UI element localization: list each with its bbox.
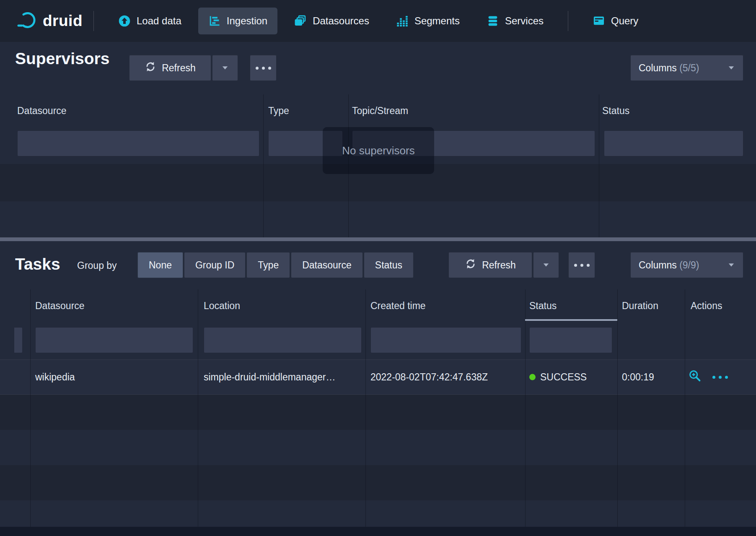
nav-divider <box>568 11 568 31</box>
group-by-type-button[interactable]: Type <box>246 252 290 278</box>
tasks-col-created-time[interactable]: Created time <box>370 300 426 312</box>
tasks-col-status[interactable]: Status <box>529 300 557 312</box>
task-duration[interactable]: 0:00:19 <box>622 372 654 383</box>
status-sort-indicator <box>525 319 617 321</box>
more-icon <box>254 67 273 70</box>
tasks-col-datasource[interactable]: Datasource <box>35 300 85 312</box>
navbar: druid Load data Ingestion <box>0 0 756 42</box>
columns-count: (5/5) <box>679 62 699 73</box>
tasks-task-id-filter-input[interactable] <box>14 327 23 353</box>
console-icon <box>593 15 605 27</box>
tasks-title: Tasks <box>15 255 60 273</box>
task-created-time[interactable]: 2022-08-02T07:42:47.638Z <box>370 372 488 383</box>
task-actions <box>688 369 730 385</box>
supervisors-status-filter-input[interactable] <box>604 130 743 156</box>
column-divider <box>365 289 366 527</box>
database-icon <box>487 15 499 27</box>
tasks-col-location[interactable]: Location <box>204 300 240 312</box>
table-row <box>0 465 756 500</box>
supervisors-columns-button[interactable]: Columns (5/5) <box>630 55 743 81</box>
nav-item-segments[interactable]: Segments <box>386 8 470 34</box>
tasks-refresh-interval-button[interactable] <box>533 252 559 278</box>
tasks-table: Datasource Location Created time Status … <box>0 289 756 536</box>
chevron-down-icon <box>221 62 229 74</box>
task-row-wikipedia[interactable]: wikipedia simple-druid-middlemanager… 20… <box>0 359 756 395</box>
chevron-down-icon <box>728 260 735 271</box>
search-detail-icon[interactable] <box>688 369 702 385</box>
supervisors-col-datasource[interactable]: Datasource <box>17 105 67 117</box>
chevron-down-icon <box>728 62 735 74</box>
nav-divider <box>93 11 94 31</box>
supervisors-datasource-filter-input[interactable] <box>17 130 259 156</box>
table-row <box>0 395 756 430</box>
tasks-col-duration[interactable]: Duration <box>622 300 658 312</box>
task-location[interactable]: simple-druid-middlemanager… <box>204 372 335 383</box>
group-by-group-id-button[interactable]: Group ID <box>184 252 246 278</box>
druid-console: druid Load data Ingestion <box>0 0 756 536</box>
nav-label: Segments <box>414 15 460 27</box>
druid-logo[interactable]: druid <box>17 10 83 32</box>
column-divider <box>30 289 31 527</box>
supervisors-more-button[interactable] <box>250 55 277 81</box>
columns-label: Columns <box>639 62 677 73</box>
task-datasource[interactable]: wikipedia <box>35 372 75 383</box>
tasks-status-filter-input[interactable] <box>529 327 612 353</box>
section-divider[interactable] <box>0 237 756 241</box>
column-divider <box>198 289 198 527</box>
refresh-icon <box>465 258 476 272</box>
tasks-datasource-filter-input[interactable] <box>35 327 193 353</box>
refresh-icon <box>145 61 156 75</box>
nav-label: Load data <box>137 15 181 27</box>
more-icon <box>572 264 591 267</box>
supervisors-refresh-interval-button[interactable] <box>212 55 238 81</box>
column-divider <box>685 289 685 527</box>
columns-count: (9/9) <box>679 260 699 271</box>
bar-chart-icon <box>396 15 409 27</box>
layers-icon <box>294 15 307 27</box>
supervisors-table: Datasource Type Topic/Stream Status No s… <box>0 94 756 237</box>
horizontal-scrollbar-track[interactable] <box>0 527 756 536</box>
task-status[interactable]: SUCCESS <box>529 372 587 383</box>
column-divider <box>599 94 599 237</box>
column-divider <box>525 289 526 527</box>
tasks-columns-button[interactable]: Columns (9/9) <box>630 252 743 278</box>
nav-label: Datasources <box>313 15 369 27</box>
logo-text: druid <box>43 12 83 30</box>
column-divider <box>263 94 264 237</box>
refresh-label: Refresh <box>482 260 516 271</box>
no-supervisors-message: No supervisors <box>323 127 434 174</box>
tasks-col-actions[interactable]: Actions <box>691 300 722 312</box>
supervisors-col-topic-stream[interactable]: Topic/Stream <box>352 105 408 117</box>
druid-logo-icon <box>17 10 37 32</box>
tasks-more-button[interactable] <box>568 252 595 278</box>
nav-item-ingestion[interactable]: Ingestion <box>198 8 277 34</box>
group-by-button-group: None Group ID Type Datasource Status <box>137 252 414 278</box>
refresh-label: Refresh <box>162 62 196 74</box>
group-by-label: Group by <box>77 260 117 271</box>
tasks-location-filter-input[interactable] <box>204 327 362 353</box>
chevron-down-icon <box>542 260 550 271</box>
supervisors-col-status[interactable]: Status <box>602 105 629 117</box>
success-status-dot <box>529 374 536 380</box>
nav-item-load-data[interactable]: Load data <box>108 8 192 34</box>
nav-label: Query <box>611 15 638 27</box>
group-by-none-button[interactable]: None <box>137 252 183 278</box>
group-by-datasource-button[interactable]: Datasource <box>291 252 363 278</box>
gantt-chart-icon <box>208 15 221 27</box>
supervisors-col-type[interactable]: Type <box>268 105 289 117</box>
supervisors-title: Supervisors <box>15 49 109 68</box>
supervisors-refresh-button[interactable]: Refresh <box>129 55 211 81</box>
nav-item-services[interactable]: Services <box>476 8 554 34</box>
tasks-refresh-button[interactable]: Refresh <box>448 252 532 278</box>
row-more-actions-icon[interactable] <box>711 376 730 379</box>
nav-item-query[interactable]: Query <box>583 8 648 34</box>
column-divider <box>617 289 618 527</box>
nav-label: Services <box>505 15 544 27</box>
tasks-created-time-filter-input[interactable] <box>370 327 521 353</box>
status-text: SUCCESS <box>540 372 587 383</box>
group-by-status-button[interactable]: Status <box>364 252 414 278</box>
upload-icon <box>118 15 131 27</box>
nav-item-datasources[interactable]: Datasources <box>284 8 379 34</box>
nav-label: Ingestion <box>227 15 267 27</box>
columns-label: Columns <box>639 260 677 271</box>
